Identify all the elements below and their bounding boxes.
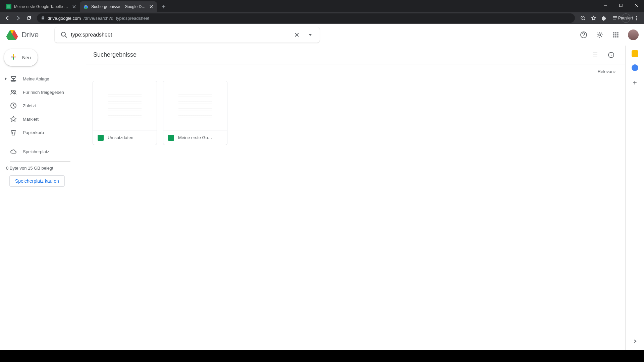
cloud-icon (10, 148, 17, 155)
file-name: Umsatzdaten (108, 135, 133, 140)
nav-label: Für mich freigegeben (23, 90, 64, 95)
keep-icon[interactable] (632, 50, 638, 57)
sheets-favicon (6, 4, 11, 9)
app-name: Drive (21, 31, 39, 39)
maximize-button[interactable] (613, 0, 629, 11)
nav-label: Meine Ablage (23, 76, 49, 81)
my-drive-icon (10, 75, 17, 82)
reload-button[interactable] (24, 13, 34, 23)
new-tab-button[interactable] (159, 2, 168, 11)
bookmark-icon[interactable] (589, 13, 598, 23)
shared-icon (10, 89, 17, 96)
header-actions (577, 28, 639, 42)
browser-tab-1[interactable]: Suchergebnisse – Google Drive (80, 1, 157, 12)
zoom-icon[interactable] (578, 13, 588, 23)
main-content: Suchergebnisse Relevanz Umsatzdaten (86, 46, 625, 350)
account-chip[interactable]: Pausiert (621, 13, 631, 23)
tab-title: Meine erste Google Tabelle - Go (14, 4, 69, 9)
page-title: Suchergebnisse (93, 51, 137, 58)
app-header: Drive (0, 24, 644, 46)
sheets-icon (98, 135, 104, 141)
main-header: Suchergebnisse (86, 46, 625, 64)
svg-point-22 (11, 90, 13, 92)
forward-button[interactable] (13, 13, 23, 23)
info-icon[interactable] (604, 48, 618, 62)
file-preview (93, 81, 157, 130)
close-window-button[interactable] (629, 0, 644, 11)
search-box (55, 27, 320, 43)
url-path: /drive/search?q=type:spreadsheet (84, 16, 149, 21)
minimize-button[interactable] (598, 0, 613, 11)
account-status: Pausiert (618, 16, 633, 20)
file-card[interactable]: Meine erste Go… (163, 81, 227, 145)
file-preview (163, 81, 227, 130)
svg-point-19 (613, 36, 614, 38)
svg-point-21 (617, 36, 619, 38)
storage-usage: 0 Byte von 15 GB belegt (3, 166, 86, 171)
right-rail: + (625, 46, 644, 350)
clear-search-icon[interactable] (290, 32, 304, 38)
account-avatar[interactable] (628, 29, 639, 40)
divider (3, 142, 77, 142)
nav-label: Markiert (23, 117, 39, 122)
tab-title: Suchergebnisse – Google Drive (91, 4, 146, 9)
lock-icon (41, 16, 45, 21)
extensions-icon[interactable] (600, 13, 609, 23)
sidebar-item-storage[interactable]: Speicherplatz (3, 145, 86, 158)
svg-point-7 (636, 16, 637, 17)
menu-icon[interactable] (632, 13, 641, 23)
back-button[interactable] (3, 13, 12, 23)
browser-tab-0[interactable]: Meine erste Google Tabelle - Go (3, 1, 80, 12)
svg-point-8 (636, 18, 637, 19)
files-grid: Umsatzdaten Meine erste Go… (86, 74, 625, 152)
svg-point-18 (617, 34, 619, 36)
sidebar-item-starred[interactable]: Markiert (3, 112, 86, 126)
svg-rect-1 (7, 5, 10, 8)
app-body: Neu Meine Ablage Für mich freigegeben Zu… (0, 46, 644, 350)
storage-bar (10, 161, 70, 162)
trash-icon (10, 129, 17, 136)
nav-label: Zuletzt (23, 103, 36, 108)
sidebar-item-my-drive[interactable]: Meine Ablage (3, 72, 86, 85)
browser-chrome: Meine erste Google Tabelle - Go Sucherge… (0, 0, 644, 24)
drive-logo[interactable]: Drive (5, 28, 39, 42)
expand-icon[interactable] (4, 76, 7, 81)
svg-point-12 (599, 34, 601, 36)
drive-logo-icon (5, 28, 19, 42)
address-bar: drive.google.com/drive/search?q=type:spr… (0, 12, 644, 24)
url-host: drive.google.com (48, 16, 81, 21)
search-icon[interactable] (57, 32, 71, 38)
recent-icon (10, 102, 17, 109)
search-input[interactable] (71, 32, 290, 38)
file-name: Meine erste Go… (178, 135, 212, 140)
sidebar-item-shared[interactable]: Für mich freigegeben (3, 85, 86, 99)
address-bar-actions: Pausiert (578, 13, 641, 23)
svg-point-20 (615, 36, 616, 38)
drive-app: Drive Ne (0, 24, 644, 350)
add-addon-icon[interactable]: + (633, 78, 637, 87)
url-field[interactable]: drive.google.com/drive/search?q=type:spr… (37, 13, 575, 23)
tasks-icon[interactable] (632, 64, 638, 71)
svg-point-13 (613, 32, 614, 34)
close-icon[interactable] (72, 4, 76, 9)
settings-icon[interactable] (593, 28, 606, 42)
close-icon[interactable] (149, 4, 154, 9)
drive-favicon (83, 4, 89, 9)
svg-point-23 (14, 91, 16, 93)
apps-icon[interactable] (609, 28, 623, 42)
sidebar-item-recent[interactable]: Zuletzt (3, 99, 86, 112)
new-button[interactable]: Neu (4, 49, 38, 66)
search-options-icon[interactable] (304, 33, 317, 37)
file-card[interactable]: Umsatzdaten (93, 81, 157, 145)
sidebar-item-trash[interactable]: Papierkorb (3, 126, 86, 139)
star-icon (10, 116, 17, 122)
window-controls (598, 0, 644, 11)
list-view-icon[interactable] (588, 48, 602, 62)
plus-icon (9, 52, 18, 63)
svg-rect-5 (620, 4, 622, 7)
buy-storage-button[interactable]: Speicherplatz kaufen (9, 175, 65, 187)
collapse-rail-icon[interactable] (632, 339, 638, 345)
taskbar (0, 350, 644, 362)
help-icon[interactable] (577, 28, 590, 42)
sort-label[interactable]: Relevanz (598, 69, 616, 74)
